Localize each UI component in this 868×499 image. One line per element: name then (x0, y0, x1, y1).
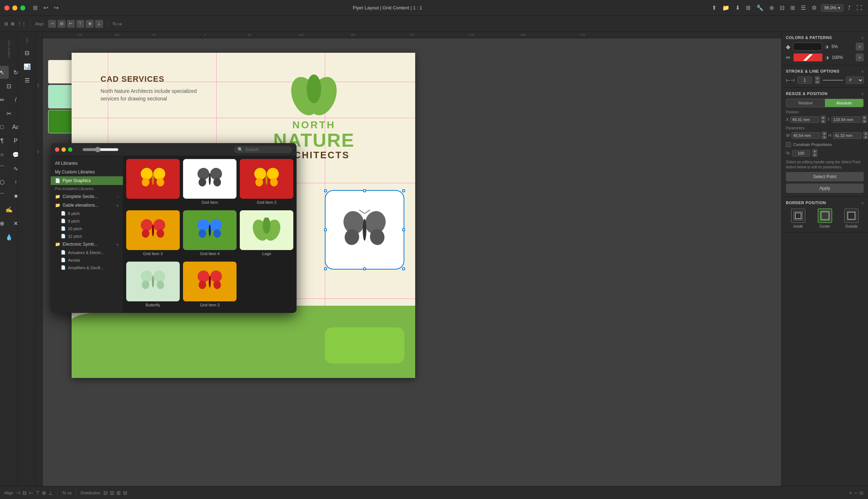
stroke-add-button[interactable]: + (856, 53, 864, 61)
sidebar-my-custom[interactable]: My Custom Libraries (51, 168, 123, 176)
dist-h-icon[interactable]: ⊟ (103, 490, 108, 496)
view-icon[interactable]: ☰ (799, 4, 807, 12)
sidebar-gable-elevations[interactable]: 📁 Gable elevations... ∨ (51, 201, 123, 210)
sidebar-flyer-graphics[interactable]: 📄 Flyer Graphics (51, 176, 123, 185)
panel-toggle-icon[interactable]: ⊟ (4, 21, 8, 26)
align-middle-button[interactable]: ⊕ (86, 20, 94, 28)
close-button[interactable] (4, 5, 9, 10)
arc-tool[interactable]: ⌒ (0, 162, 9, 175)
download-icon[interactable]: ⬇ (734, 4, 741, 12)
align-center-icon[interactable]: ⊟ (22, 490, 27, 496)
pct-input[interactable] (792, 150, 810, 156)
align-bottom-button[interactable]: ⊥ (95, 20, 103, 28)
dim-tool[interactable]: ⊟ (21, 46, 34, 59)
align-bottom-icon[interactable]: ⊥ (48, 490, 53, 496)
outside-option[interactable]: Outside (839, 208, 864, 228)
lib-size-slider[interactable] (75, 147, 231, 152)
list-tool[interactable]: ☰ (21, 74, 34, 87)
lib-minimize-button[interactable] (61, 147, 66, 152)
size-range[interactable] (82, 147, 119, 152)
x-down-button[interactable]: ▼ (821, 120, 826, 123)
handle-br[interactable] (402, 267, 405, 270)
share-icon[interactable]: ⬆ (710, 4, 718, 12)
stroke-unit-select[interactable]: P mm pt (846, 77, 864, 84)
pct-down-button[interactable]: ▼ (812, 153, 817, 157)
page-options-icon[interactable]: ⊙ (859, 490, 864, 496)
grid-icon[interactable]: ⊞ (744, 4, 752, 12)
folder-icon[interactable]: 📁 (721, 4, 731, 12)
select-tool[interactable]: ↖ (0, 66, 9, 79)
polygon-tool[interactable]: ⬡ (0, 176, 9, 189)
scissors-tool[interactable]: ✂ (3, 107, 16, 120)
align-right-button[interactable]: ⊢ (67, 20, 75, 28)
apply-button[interactable]: Apply (786, 184, 864, 193)
lib-maximize-button[interactable] (68, 147, 72, 152)
x-input[interactable] (790, 116, 819, 123)
stroke-up-button[interactable]: ▲ (815, 76, 820, 80)
align-middle-icon[interactable]: ⊕ (42, 490, 46, 496)
handle-t[interactable] (363, 189, 366, 192)
handle-bl[interactable] (324, 267, 327, 270)
settings-icon[interactable]: ⚙ (810, 4, 818, 12)
grid-item-7[interactable]: Butterfly (126, 262, 180, 310)
redo-button[interactable]: ↪ (52, 4, 60, 12)
tools-icon[interactable]: 🔧 (755, 4, 765, 12)
absolute-tab[interactable]: Absolute (825, 99, 864, 107)
search-input[interactable] (245, 147, 289, 152)
maximize-button[interactable] (20, 5, 25, 10)
grid-toggle-icon[interactable]: ⋮⋮ (17, 21, 26, 26)
x-up-button[interactable]: ▲ (821, 116, 826, 119)
sidebar-pitch-12[interactable]: 📄 12 pitch (51, 232, 123, 240)
sidebar-amplifiers[interactable]: 📄 Amplifiers & Oscill... (51, 264, 123, 271)
relative-tab[interactable]: Relative (786, 99, 825, 107)
dist-gap-icon[interactable]: ⊞ (116, 490, 121, 496)
align-left-icon[interactable]: ⊣ (16, 490, 20, 496)
handle-l[interactable] (324, 228, 327, 231)
border-header[interactable]: BORDER POSITION ∧ (786, 201, 864, 205)
grid-item-1[interactable] (126, 159, 180, 207)
sidebar-all-libraries[interactable]: All Libraries (51, 159, 123, 168)
colors-header[interactable]: COLORS & PATTERNS ∧ (786, 35, 864, 40)
stroke-down-button[interactable]: ▼ (815, 80, 820, 84)
add-page-icon[interactable]: + (849, 490, 852, 496)
resize-header[interactable]: RESIZE & POSITION ∧ (786, 91, 864, 96)
paragraph-tool[interactable]: ¶ (0, 134, 9, 147)
sidebar-electronic-symb[interactable]: 📁 Electronic Symb... ∨ (51, 240, 123, 249)
align-left-button[interactable]: ⊣ (48, 20, 56, 28)
butterfly-box-selected[interactable] (325, 190, 404, 270)
crop-tool[interactable]: ⊡ (3, 79, 16, 93)
handle-tr[interactable] (402, 189, 405, 192)
export-icon[interactable]: ⤴ (846, 4, 852, 12)
node-tool[interactable]: ⊕ (0, 217, 9, 230)
dropper-tool[interactable]: 💧 (3, 231, 16, 244)
grid-item-5[interactable]: Grid Item 4 (183, 210, 237, 259)
center-option[interactable]: Center (813, 208, 837, 228)
stroke-width-input[interactable] (797, 77, 812, 84)
h-up-button[interactable]: ▲ (863, 132, 868, 135)
constrain-checkbox[interactable] (786, 142, 791, 147)
layer-icon[interactable]: ⊞ (789, 4, 796, 12)
chart-tool[interactable]: 📊 (21, 60, 34, 73)
undo-button[interactable]: ↩ (42, 4, 50, 12)
stroke-header[interactable]: STROKE & LINE OPTIONS ∧ (786, 69, 864, 73)
y-up-button[interactable]: ▲ (862, 116, 867, 119)
h-down-button[interactable]: ▼ (863, 135, 868, 139)
canvas-area[interactable]: -150 -100 -50 0 50 100 150 +50 +100 +150… (36, 32, 781, 486)
y-down-button[interactable]: ▼ (862, 120, 867, 123)
grid-item-8[interactable]: Grid Item 3 (183, 262, 237, 310)
pen-tool[interactable]: ✏ (0, 93, 9, 106)
dist-equal-icon[interactable]: ⊟ (123, 490, 127, 496)
inside-option[interactable]: Inside (786, 208, 810, 228)
remove-page-icon[interactable]: − (854, 490, 857, 496)
sidebar-pitch-6[interactable]: 📄 6 pitch (51, 210, 123, 217)
sidebar-pitch-8[interactable]: 📄 8 pitch (51, 217, 123, 225)
sidebar-toggle-icon[interactable]: ⊞ (31, 4, 39, 12)
grid-item-4[interactable]: Grid Item 3 (126, 210, 180, 259)
inside-icon[interactable] (791, 208, 805, 223)
y-input[interactable] (831, 116, 860, 123)
snap-icon[interactable]: ⊕ (768, 4, 775, 12)
pct-up-button[interactable]: ▲ (812, 149, 817, 153)
align-icon[interactable]: ⊟ (778, 4, 786, 12)
layers-toggle-icon[interactable]: ⊞ (11, 21, 14, 26)
fill-color-swatch[interactable] (793, 43, 822, 51)
